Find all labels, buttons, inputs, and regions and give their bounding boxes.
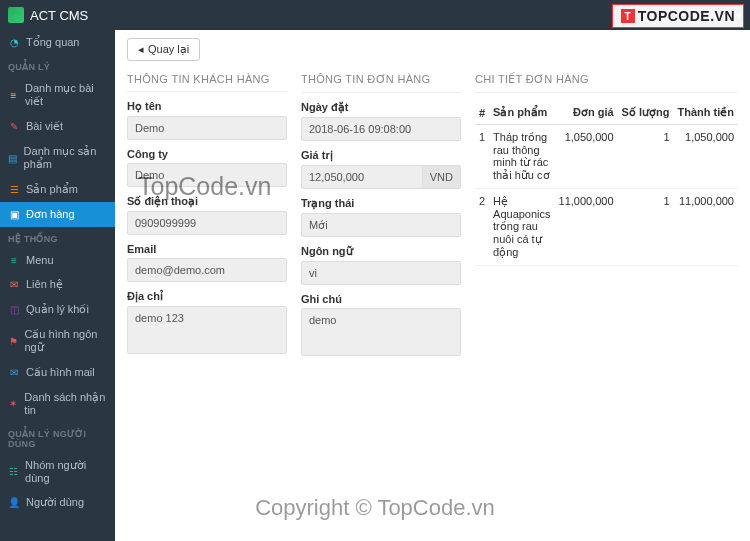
sidebar-icon: ✉ (8, 367, 20, 378)
detail-title: CHI TIẾT ĐƠN HÀNG (475, 73, 738, 93)
sidebar-item-label: Người dùng (26, 496, 84, 509)
address-label: Địa chỉ (127, 290, 287, 303)
date-input[interactable] (301, 117, 461, 141)
back-label: Quay lại (148, 43, 189, 56)
sidebar-heading-hethong: HỆ THỐNG (0, 227, 115, 248)
sidebar-heading-nguoidung: QUẢN LÝ NGƯỜI DÙNG (0, 422, 115, 453)
user-label: Quản trị (692, 9, 733, 21)
sidebar-item-label: Nhóm người dùng (25, 459, 107, 484)
sidebar-item-label: Sản phẩm (26, 183, 78, 196)
user-icon: 👤 (675, 9, 689, 21)
customer-column: THÔNG TIN KHÁCH HÀNG Họ tên Công ty Số đ… (127, 73, 287, 367)
value-label: Giá trị (301, 149, 461, 162)
sidebar-icon: ☰ (8, 184, 20, 195)
sidebar-item-label: Danh mục sản phẩm (24, 145, 107, 171)
th-idx: # (475, 101, 489, 125)
company-input[interactable] (127, 163, 287, 187)
name-input[interactable] (127, 116, 287, 140)
email-label: Email (127, 243, 287, 255)
sidebar-item[interactable]: ◔Tổng quan (0, 30, 115, 55)
brand-text: ACT CMS (30, 8, 88, 23)
sidebar-item-label: Danh sách nhận tin (24, 391, 107, 416)
chevron-left-icon: ◂ (138, 43, 144, 56)
sidebar-item[interactable]: ◫Quản lý khối (0, 297, 115, 322)
table-row: 1Tháp trồng rau thông minh từ rác thải h… (475, 125, 738, 189)
brand-icon (8, 7, 24, 23)
sidebar-item[interactable]: ▣Đơn hàng (0, 202, 115, 227)
lang-input[interactable] (301, 261, 461, 285)
lang-label: Ngôn ngữ (301, 245, 461, 258)
detail-column: CHI TIẾT ĐƠN HÀNG # Sản phẩm Đơn giá Số … (475, 73, 738, 367)
sidebar-item-label: Menu (26, 254, 54, 266)
user-menu[interactable]: 👤 Quản trị ▾ (675, 9, 742, 22)
sidebar: ◔Tổng quan QUẢN LÝ ≡Danh mục bài viết✎Bà… (0, 30, 115, 541)
sidebar-item[interactable]: ✉Cấu hình mail (0, 360, 115, 385)
sidebar-item-label: Cấu hình ngôn ngữ (24, 328, 107, 354)
sidebar-icon: 👤 (8, 497, 20, 508)
sidebar-item[interactable]: 👤Người dùng (0, 490, 115, 515)
sidebar-icon: ▣ (8, 209, 20, 220)
sidebar-item-label: Danh mục bài viết (25, 82, 107, 108)
sidebar-icon: ✉ (8, 279, 20, 290)
th-qty: Số lượng (618, 101, 674, 125)
topbar: ACT CMS 👤 Quản trị ▾ (0, 0, 750, 30)
name-label: Họ tên (127, 100, 287, 113)
sidebar-item-label: Cấu hình mail (26, 366, 95, 379)
sidebar-item[interactable]: ✶Danh sách nhận tin (0, 385, 115, 422)
th-total: Thành tiền (674, 101, 739, 125)
th-price: Đơn giá (555, 101, 618, 125)
sidebar-item-label: Quản lý khối (26, 303, 89, 316)
th-prod: Sản phẩm (489, 101, 554, 125)
sidebar-icon: ☷ (8, 466, 19, 477)
back-button[interactable]: ◂ Quay lại (127, 38, 200, 61)
sidebar-icon: ◫ (8, 304, 20, 315)
sidebar-heading-quanly: QUẢN LÝ (0, 55, 115, 76)
sidebar-icon: ⚑ (8, 336, 18, 347)
brand[interactable]: ACT CMS (8, 7, 88, 23)
order-column: THÔNG TIN ĐƠN HÀNG Ngày đặt Giá trị VND … (301, 73, 461, 367)
table-row: 2Hệ Aquaponics trồng rau nuôi cá tự động… (475, 189, 738, 266)
phone-input[interactable] (127, 211, 287, 235)
email-input[interactable] (127, 258, 287, 282)
status-label: Trạng thái (301, 197, 461, 210)
note-label: Ghi chú (301, 293, 461, 305)
main-content: ◂ Quay lại THÔNG TIN KHÁCH HÀNG Họ tên C… (115, 30, 750, 541)
sidebar-item-label: Liên hệ (26, 278, 63, 291)
currency-addon: VND (423, 165, 461, 189)
sidebar-item[interactable]: ▤Danh mục sản phẩm (0, 139, 115, 177)
status-input[interactable] (301, 213, 461, 237)
detail-table: # Sản phẩm Đơn giá Số lượng Thành tiền 1… (475, 101, 738, 266)
sidebar-item-label: Tổng quan (26, 36, 79, 49)
sidebar-icon: ✶ (8, 398, 18, 409)
value-input[interactable] (301, 165, 423, 189)
sidebar-item[interactable]: ≡Danh mục bài viết (0, 76, 115, 114)
date-label: Ngày đặt (301, 101, 461, 114)
sidebar-icon: ◔ (8, 37, 20, 48)
sidebar-item[interactable]: ☷Nhóm người dùng (0, 453, 115, 490)
sidebar-icon: ✎ (8, 121, 20, 132)
phone-label: Số điện thoại (127, 195, 287, 208)
note-input[interactable] (301, 308, 461, 356)
sidebar-icon: ≡ (8, 90, 19, 101)
address-input[interactable] (127, 306, 287, 354)
sidebar-item[interactable]: ✉Liên hệ (0, 272, 115, 297)
sidebar-icon: ▤ (8, 153, 18, 164)
sidebar-icon: ≡ (8, 255, 20, 266)
order-title: THÔNG TIN ĐƠN HÀNG (301, 73, 461, 93)
sidebar-item-label: Bài viết (26, 120, 63, 133)
company-label: Công ty (127, 148, 287, 160)
sidebar-item[interactable]: ⚑Cấu hình ngôn ngữ (0, 322, 115, 360)
sidebar-item[interactable]: ≡Menu (0, 248, 115, 272)
sidebar-item[interactable]: ☰Sản phẩm (0, 177, 115, 202)
sidebar-item[interactable]: ✎Bài viết (0, 114, 115, 139)
customer-title: THÔNG TIN KHÁCH HÀNG (127, 73, 287, 92)
sidebar-item-label: Đơn hàng (26, 208, 75, 221)
